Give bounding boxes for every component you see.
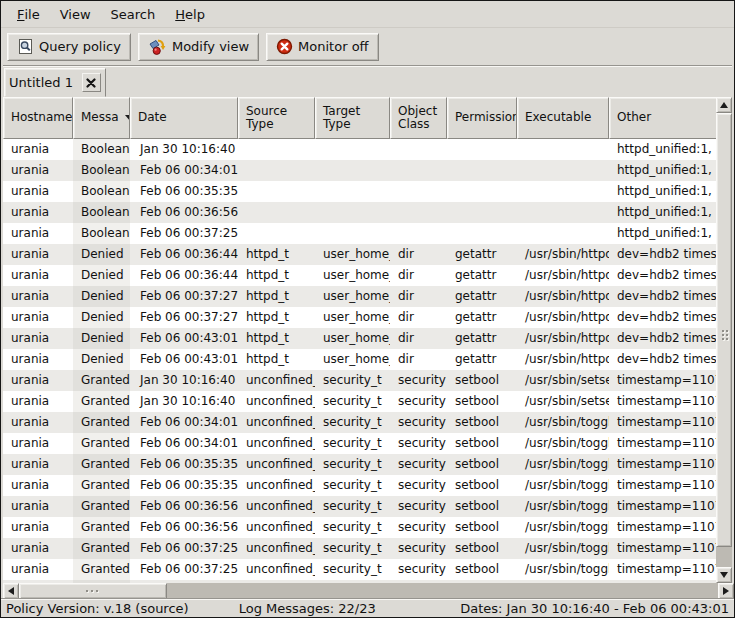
table-row[interactable]: uraniaBooleanFeb 06 00:35:35httpd_unifie…	[3, 181, 720, 202]
cell-source-type: unconfined_	[238, 496, 315, 517]
policy-version-status: Policy Version: v.18 (source)	[6, 601, 207, 616]
scroll-left-button[interactable]	[3, 583, 19, 599]
cell-hostname: urania	[3, 181, 73, 202]
cell-hostname: urania	[3, 475, 73, 496]
cell-target-type: user_home_	[315, 307, 390, 328]
cell-other: httpd_unified:1, h	[609, 223, 720, 244]
column-header-target-type[interactable]: Target Type	[315, 97, 390, 139]
menu-item-file[interactable]: File	[7, 1, 50, 27]
cell-object-class: security	[390, 370, 447, 391]
cell-object-class: security	[390, 454, 447, 475]
cell-source-type: unconfined_	[238, 454, 315, 475]
cell-date: Feb 06 00:35:35	[130, 454, 238, 475]
cell-date: Feb 06 00:35:35	[130, 475, 238, 496]
table-row[interactable]: uraniaDeniedFeb 06 00:36:44httpd_tuser_h…	[3, 265, 720, 286]
horizontal-scrollbar[interactable]	[3, 583, 734, 599]
cell-hostname: urania	[3, 517, 73, 538]
column-header-message[interactable]: Messa	[73, 97, 130, 139]
cell-executable: /usr/sbin/toggle	[517, 433, 609, 454]
cell-message: Granted	[73, 559, 130, 580]
cell-hostname: urania	[3, 454, 73, 475]
table-row[interactable]: uraniaDeniedFeb 06 00:37:27httpd_tuser_h…	[3, 307, 720, 328]
cell-permission	[447, 181, 517, 202]
table-row[interactable]: uraniaGrantedFeb 06 00:34:01unconfined_s…	[3, 412, 720, 433]
menu-item-help[interactable]: Help	[165, 1, 215, 27]
cell-date: Jan 30 10:16:40	[130, 391, 238, 412]
scroll-right-button[interactable]	[718, 583, 734, 599]
cell-message: Denied	[73, 328, 130, 349]
table-row[interactable]: uraniaGrantedFeb 06 00:36:56unconfined_s…	[3, 496, 720, 517]
modify-view-button[interactable]: Modify view	[138, 33, 259, 61]
vertical-scrollbar[interactable]	[716, 97, 732, 583]
cell-other: dev=hdb2 timesta	[609, 265, 720, 286]
table-row[interactable]: uraniaDeniedFeb 06 00:36:44httpd_tuser_h…	[3, 244, 720, 265]
cell-target-type: security_t	[315, 538, 390, 559]
column-header-object-class[interactable]: Object Class	[390, 97, 447, 139]
cell-other: dev=hdb2 timesta	[609, 349, 720, 370]
cell-other: dev=hdb2 timesta	[609, 307, 720, 328]
cell-object-class	[390, 223, 447, 244]
table-row[interactable]: uraniaBooleanFeb 06 00:34:01httpd_unifie…	[3, 160, 720, 181]
cell-executable: /usr/sbin/httpd	[517, 265, 609, 286]
query-policy-button[interactable]: Query policy	[7, 33, 131, 61]
cell-target-type: security_t	[315, 517, 390, 538]
cell-hostname: urania	[3, 412, 73, 433]
cell-permission: getattr	[447, 328, 517, 349]
dates-status: Dates: Jan 30 10:16:40 - Feb 06 00:43:01	[408, 601, 729, 616]
menu-item-view[interactable]: View	[50, 1, 101, 27]
cell-permission: setbool	[447, 496, 517, 517]
cell-date: Feb 06 00:34:01	[130, 433, 238, 454]
cell-date: Feb 06 00:36:44	[130, 244, 238, 265]
cell-executable: /usr/sbin/toggle	[517, 517, 609, 538]
table-row[interactable]: uraniaBooleanFeb 06 00:36:56httpd_unifie…	[3, 202, 720, 223]
monitor-off-button[interactable]: Monitor off	[266, 33, 378, 61]
table-row[interactable]: uraniaGrantedJan 30 10:16:40unconfined_s…	[3, 391, 720, 412]
cell-source-type: httpd_t	[238, 349, 315, 370]
cell-executable	[517, 202, 609, 223]
table-row[interactable]: uraniaGrantedFeb 06 00:35:35unconfined_s…	[3, 475, 720, 496]
menu-item-search[interactable]: Search	[101, 1, 166, 27]
column-header-label: Messa	[81, 111, 119, 125]
cell-other: dev=hdb2 timesta	[609, 286, 720, 307]
cell-date: Feb 06 00:36:56	[130, 517, 238, 538]
scroll-down-button[interactable]	[716, 567, 732, 583]
cell-executable: /usr/sbin/setseb	[517, 391, 609, 412]
tab-untitled-1[interactable]: Untitled 1	[4, 68, 106, 97]
cell-permission: setbool	[447, 412, 517, 433]
table-row[interactable]: uraniaGrantedFeb 06 00:35:35unconfined_s…	[3, 454, 720, 475]
cell-permission: getattr	[447, 244, 517, 265]
scroll-up-button[interactable]	[716, 97, 732, 113]
column-header-permission[interactable]: Permission	[447, 97, 517, 139]
cell-object-class: security	[390, 517, 447, 538]
table-row[interactable]: uraniaGrantedFeb 06 00:37:25unconfined_s…	[3, 559, 720, 580]
cell-executable: /usr/sbin/toggle	[517, 412, 609, 433]
table-row[interactable]: uraniaDeniedFeb 06 00:43:01httpd_tuser_h…	[3, 328, 720, 349]
horizontal-scrollbar-thumb[interactable]	[19, 583, 167, 599]
cell-object-class	[390, 202, 447, 223]
column-header-label: Permission	[455, 111, 517, 125]
vertical-scrollbar-thumb[interactable]	[716, 113, 732, 547]
app-window: FileViewSearchHelp Query policy	[0, 0, 735, 618]
column-header-other[interactable]: Other	[609, 97, 720, 139]
cell-other: timestamp=11076	[609, 454, 720, 475]
column-header-source-type[interactable]: Source Type	[238, 97, 315, 139]
cell-source-type: unconfined_	[238, 517, 315, 538]
cell-source-type: httpd_t	[238, 244, 315, 265]
table-row[interactable]: uraniaGrantedFeb 06 00:34:01unconfined_s…	[3, 433, 720, 454]
column-header-date[interactable]: Date	[130, 97, 238, 139]
thumb-grip-icon	[86, 590, 88, 592]
arrow-down-icon	[720, 572, 728, 578]
cell-message: Granted	[73, 496, 130, 517]
table-row[interactable]: uraniaGrantedJan 30 10:16:40unconfined_s…	[3, 370, 720, 391]
table-row[interactable]: uraniaBooleanFeb 06 00:37:25httpd_unifie…	[3, 223, 720, 244]
column-header-label: Object Class	[398, 105, 443, 132]
cell-message: Granted	[73, 475, 130, 496]
column-header-executable[interactable]: Executable	[517, 97, 609, 139]
tab-close-button[interactable]	[82, 73, 101, 92]
table-row[interactable]: uraniaGrantedFeb 06 00:36:56unconfined_s…	[3, 517, 720, 538]
column-header-hostname[interactable]: Hostname	[3, 97, 73, 139]
table-row[interactable]: uraniaDeniedFeb 06 00:37:27httpd_tuser_h…	[3, 286, 720, 307]
table-row[interactable]: uraniaGrantedFeb 06 00:37:25unconfined_s…	[3, 538, 720, 559]
table-row[interactable]: uraniaBooleanJan 30 10:16:40httpd_unifie…	[3, 139, 720, 160]
table-row[interactable]: uraniaDeniedFeb 06 00:43:01httpd_tuser_h…	[3, 349, 720, 370]
